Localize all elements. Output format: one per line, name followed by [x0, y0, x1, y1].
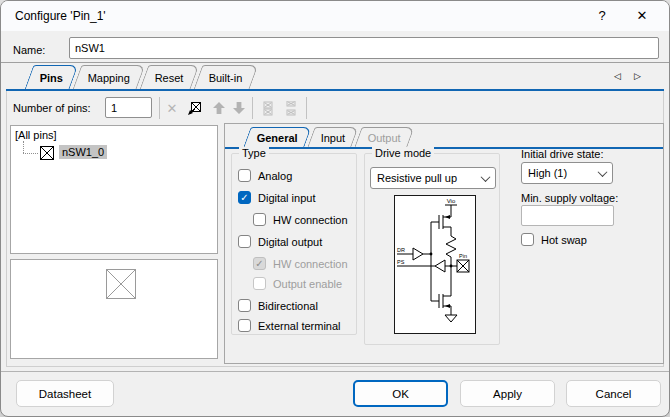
checkbox-label: Digital input — [258, 192, 315, 204]
checkbox-analog[interactable]: Analog — [238, 169, 292, 182]
number-of-pins-input[interactable] — [105, 97, 152, 118]
toolbar-separator — [306, 97, 307, 119]
chevron-down-icon — [598, 167, 608, 177]
pins-tree-panel[interactable]: [All pins] nSW1_0 — [10, 125, 218, 254]
checkbox-box[interactable] — [238, 235, 251, 248]
tree-item-nsw1-0[interactable]: nSW1_0 — [59, 145, 107, 159]
checkbox-label: Hot swap — [541, 234, 587, 246]
checkbox-label: HW connection — [273, 214, 348, 226]
min-supply-voltage-label: Min. supply voltage: — [521, 192, 618, 204]
type-group: Type Analog Digital input HW connection … — [231, 153, 357, 335]
datasheet-button[interactable]: Datasheet — [16, 380, 114, 407]
number-of-pins-label: Number of pins: — [13, 102, 91, 114]
checkbox-hot-swap[interactable]: Hot swap — [521, 233, 587, 246]
name-input[interactable] — [69, 37, 659, 59]
checkbox-box[interactable] — [238, 191, 251, 204]
tab-pins[interactable]: Pins — [25, 65, 79, 89]
chevron-down-icon — [481, 172, 491, 182]
checkbox-digital-input[interactable]: Digital input — [238, 191, 315, 204]
toolbar-separator — [252, 97, 253, 119]
checkbox-label: Output enable — [273, 278, 342, 290]
checkbox-external-terminal[interactable]: External terminal — [238, 319, 341, 332]
drive-mode-title: Drive mode — [372, 147, 434, 159]
checkbox-box[interactable] — [521, 233, 534, 246]
drive-mode-group: Drive mode Resistive pull up — [364, 153, 500, 345]
delete-pin-button[interactable]: ✕ — [163, 99, 181, 117]
symbol-preview-panel — [10, 259, 218, 359]
checkbox-box — [253, 277, 266, 290]
inner-tab-strip: General Input Output — [247, 127, 411, 147]
initial-drive-state-label: Initial drive state: — [521, 148, 604, 160]
arrow-down-icon — [233, 102, 245, 114]
tab-scroll-left-icon[interactable]: ◁ — [614, 71, 621, 81]
diagram-dr-label: DR — [397, 247, 405, 253]
configure-pin-dialog: Configure 'Pin_1' ? ✕ Name: Pins Mapping… — [0, 0, 670, 417]
main-tab-strip: Pins Mapping Reset Built-in — [29, 65, 254, 89]
tab-scroll-right-icon[interactable]: ▷ — [634, 71, 641, 81]
toolbar-separator — [159, 97, 160, 119]
checkbox-bidirectional[interactable]: Bidirectional — [238, 299, 318, 312]
min-supply-voltage-input[interactable] — [521, 205, 614, 226]
diagram-pin-label: Pin — [459, 253, 467, 259]
resistive-pull-up-schematic: Vio DR PS Pin — [395, 196, 475, 333]
pin-symbol-preview — [106, 269, 136, 299]
pin-config-panel: General Input Output Type Analog Digital… — [224, 123, 664, 364]
checkbox-box — [253, 257, 266, 270]
close-icon: ✕ — [637, 8, 648, 23]
checkbox-label: Digital output — [258, 236, 322, 248]
tab-mapping[interactable]: Mapping — [73, 65, 146, 89]
separator-above-buttons — [1, 371, 670, 372]
drive-mode-diagram: Vio DR PS Pin — [394, 195, 476, 334]
checkbox-box[interactable] — [238, 319, 251, 332]
cancel-button[interactable]: Cancel — [566, 380, 661, 407]
drive-mode-value: Resistive pull up — [377, 172, 457, 184]
checkbox-label: External terminal — [258, 320, 341, 332]
tab-reset[interactable]: Reset — [140, 65, 199, 89]
type-group-title: Type — [239, 147, 269, 159]
pin-icon — [40, 146, 54, 160]
checkbox-output-enable: Output enable — [253, 277, 342, 290]
drive-mode-select[interactable]: Resistive pull up — [370, 167, 496, 189]
title-bar: Configure 'Pin_1' ? ✕ — [1, 1, 669, 31]
checkbox-hw-connection-output: HW connection — [253, 257, 348, 270]
ungroup-pins-icon — [285, 101, 297, 116]
initial-drive-state-select[interactable]: High (1) — [521, 162, 613, 184]
checkbox-box[interactable] — [253, 213, 266, 226]
tab-general[interactable]: General — [243, 127, 311, 147]
checkbox-label: Bidirectional — [258, 300, 318, 312]
group-pins-button[interactable] — [259, 99, 277, 117]
delete-icon: ✕ — [167, 101, 178, 116]
move-pin-down-button[interactable] — [230, 99, 248, 117]
dialog-title: Configure 'Pin_1' — [15, 9, 106, 23]
close-button[interactable]: ✕ — [631, 6, 653, 26]
checkbox-label: Analog — [258, 170, 292, 182]
checkbox-digital-output[interactable]: Digital output — [238, 235, 322, 248]
tab-output[interactable]: Output — [355, 127, 415, 147]
help-button[interactable]: ? — [591, 6, 613, 26]
group-pins-icon — [262, 101, 274, 116]
diagram-ps-label: PS — [397, 259, 405, 265]
checkbox-label: HW connection — [273, 258, 348, 270]
tab-built-in[interactable]: Built-in — [194, 65, 258, 89]
checkbox-hw-connection-input[interactable]: HW connection — [253, 213, 348, 226]
checkbox-box[interactable] — [238, 299, 251, 312]
add-pin-icon — [187, 101, 202, 116]
tree-connector — [23, 153, 38, 154]
arrow-up-icon — [213, 102, 225, 114]
add-pin-button[interactable] — [185, 99, 203, 117]
checkbox-box[interactable] — [238, 169, 251, 182]
help-icon: ? — [598, 8, 605, 23]
tab-input[interactable]: Input — [307, 127, 359, 147]
apply-button[interactable]: Apply — [460, 380, 555, 407]
separator-under-name — [1, 62, 670, 63]
tree-connector — [23, 141, 24, 153]
diagram-vio-label: Vio — [447, 198, 456, 204]
ungroup-pins-button[interactable] — [282, 99, 300, 117]
tree-root-label[interactable]: [All pins] — [15, 129, 57, 141]
initial-drive-state-value: High (1) — [528, 167, 567, 179]
move-pin-up-button[interactable] — [210, 99, 228, 117]
ok-button[interactable]: OK — [353, 380, 448, 407]
name-label: Name: — [13, 44, 45, 56]
